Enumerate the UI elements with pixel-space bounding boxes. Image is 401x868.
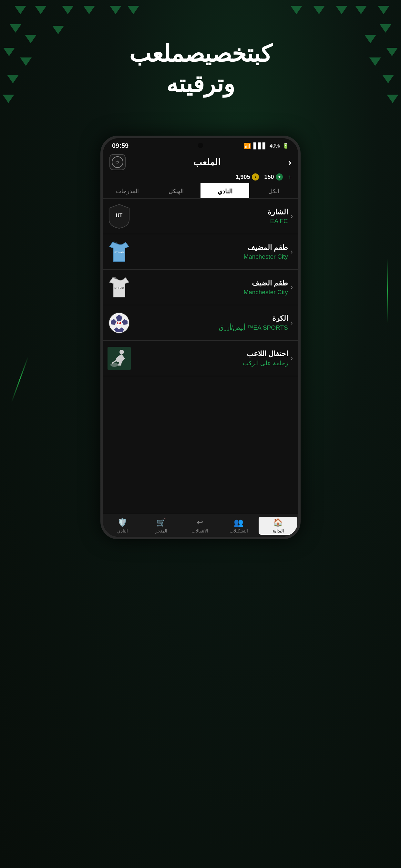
celebration-text: احتفال اللاعب زحلقة على الركب — [243, 350, 288, 367]
list-arrow-icon: ‹ — [290, 354, 293, 363]
ball-sublabel: EA SPORTS™ أبيض/أزرق — [219, 324, 288, 331]
content-list: ‹ الشارة EA FC UT ‹ — [103, 198, 298, 514]
away-kit-sublabel: Manchester City — [243, 289, 288, 296]
app-header: ⟳ الملعب › — [103, 151, 298, 172]
logo-inner: ⟳ — [112, 156, 123, 168]
jersey-white-svg: ETIHAD — [109, 276, 129, 299]
triangle-deco — [127, 6, 139, 14]
badge-sublabel: EA FC — [270, 218, 288, 224]
triangle-deco — [14, 6, 26, 14]
away-kit-icon: ETIHAD — [106, 275, 132, 300]
celebration-sublabel: زحلقة على الركب — [243, 360, 288, 367]
svg-point-9 — [120, 350, 124, 354]
currency-bar: + ▼ 150 ● 1,905 — [103, 172, 298, 183]
celebration-label: احتفال اللاعب — [243, 350, 288, 358]
nav-item-formations[interactable]: 👥 التشكيلات — [219, 517, 258, 535]
logo-icon: ⟳ — [116, 159, 120, 165]
home-kit-text: طقم المضيف Manchester City — [243, 244, 288, 260]
list-item-left: ‹ الشارة EA FC — [268, 208, 293, 225]
triangle-deco — [336, 6, 347, 14]
coins-icon: ● — [252, 174, 259, 181]
jersey-blue-svg: ETIHAD — [109, 240, 129, 264]
list-arrow-icon: ‹ — [290, 212, 293, 221]
camera-notch — [198, 143, 203, 148]
nav-item-home[interactable]: 🏠 البداية — [258, 517, 297, 535]
app-logo: ⟳ — [110, 154, 126, 170]
transfers-nav-icon: ↩ — [197, 518, 203, 527]
tab-all[interactable]: الكل — [249, 183, 298, 198]
formations-nav-icon: 👥 — [234, 518, 243, 527]
ball-text: الكرة EA SPORTS™ أبيض/أزرق — [219, 314, 288, 331]
nav-item-store[interactable]: 🛒 المتجر — [142, 517, 181, 535]
triangle-deco — [110, 6, 121, 14]
accent-line — [387, 258, 388, 323]
list-item-left: ‹ احتفال اللاعب زحلقة على الركب — [243, 350, 293, 367]
coins-currency: ● 1,905 — [235, 174, 259, 181]
shield-svg: UT — [107, 204, 131, 229]
forward-arrow-icon[interactable]: › — [288, 156, 291, 168]
bottom-navigation: 🏠 البداية 👥 التشكيلات ↩ الانتقالات 🛒 الم… — [103, 514, 298, 537]
svg-point-10 — [111, 363, 118, 367]
list-arrow-icon: ‹ — [290, 283, 293, 291]
badge-icon: UT — [106, 204, 132, 229]
hero-section: كبتخصيصملعب وترقيته — [0, 39, 401, 99]
app-title: الملعب — [193, 157, 220, 167]
status-time: 09:59 — [112, 142, 128, 150]
wifi-icon: 📶 — [244, 143, 251, 150]
triangle-deco — [83, 6, 95, 14]
list-item[interactable]: ‹ الكرة EA SPORTS™ أبيض/أزرق EA — [103, 305, 298, 341]
celebration-icon — [106, 345, 132, 371]
triangle-deco — [355, 6, 367, 14]
home-nav-icon: 🏠 — [273, 518, 283, 527]
nav-transfers-label: الانتقالات — [191, 528, 208, 533]
phone-screen: 09:59 📶 ▋▋▋ 40% 🔋 ⟳ الملعب › + — [103, 138, 298, 537]
badge-label: الشارة — [268, 208, 288, 216]
svg-text:ETIHAD: ETIHAD — [114, 251, 124, 253]
nav-home-label: البداية — [273, 528, 284, 533]
coins-value: 1,905 — [235, 174, 250, 181]
gems-currency: ▼ 150 — [264, 174, 283, 181]
triangle-deco — [313, 6, 325, 14]
list-item-left: ‹ طقم المضيف Manchester City — [243, 244, 293, 260]
club-nav-icon: 🛡️ — [118, 518, 127, 527]
triangle-deco — [290, 6, 302, 14]
triangle-deco — [10, 24, 21, 33]
nav-formations-label: التشكيلات — [229, 528, 248, 533]
tabs-bar: الكل النادي الهيكل المدرجات — [103, 183, 298, 198]
nav-club-label: النادي — [117, 528, 128, 533]
nav-item-club[interactable]: 🛡️ النادي — [103, 517, 142, 535]
list-item[interactable]: ‹ طقم الضيف Manchester City ETIHAD — [103, 270, 298, 305]
tab-stands[interactable]: المدرجات — [103, 183, 152, 198]
svg-text:UT: UT — [116, 213, 123, 218]
home-kit-label: طقم المضيف — [243, 244, 288, 252]
list-item[interactable]: ‹ طقم المضيف Manchester City ETIHAD — [103, 234, 298, 270]
tab-structure[interactable]: الهيكل — [152, 183, 201, 198]
away-kit-text: طقم الضيف Manchester City — [243, 279, 288, 296]
list-arrow-icon: ‹ — [290, 319, 293, 327]
phone-mockup: 09:59 📶 ▋▋▋ 40% 🔋 ⟳ الملعب › + — [100, 135, 301, 539]
store-nav-icon: 🛒 — [156, 518, 166, 527]
tab-club[interactable]: النادي — [201, 183, 249, 198]
ball-label: الكرة — [219, 314, 288, 322]
list-item[interactable]: ‹ الشارة EA FC UT — [103, 198, 298, 234]
player-celebration-svg — [107, 347, 131, 370]
triangle-deco — [378, 6, 390, 14]
gems-icon: ▼ — [276, 174, 283, 181]
triangle-deco — [380, 24, 391, 33]
list-item[interactable]: ‹ احتفال اللاعب زحلقة على الركب — [103, 341, 298, 376]
battery-indicator: 40% — [270, 143, 280, 149]
ball-svg: EA — [107, 311, 131, 335]
svg-text:ETIHAD: ETIHAD — [114, 286, 124, 289]
triangle-deco — [62, 6, 73, 14]
list-item-left: ‹ طقم الضيف Manchester City — [243, 279, 293, 296]
add-currency-icon[interactable]: + — [288, 174, 291, 181]
list-arrow-icon: ‹ — [290, 248, 293, 256]
nav-store-label: المتجر — [155, 528, 167, 533]
signal-icon: ▋▋▋ — [253, 143, 267, 150]
nav-item-transfers[interactable]: ↩ الانتقالات — [181, 517, 219, 535]
status-icons: 📶 ▋▋▋ 40% 🔋 — [244, 143, 289, 150]
home-kit-icon: ETIHAD — [106, 239, 132, 265]
gems-value: 150 — [264, 174, 274, 181]
list-item-left: ‹ الكرة EA SPORTS™ أبيض/أزرق — [219, 314, 293, 331]
triangle-deco — [35, 6, 47, 14]
